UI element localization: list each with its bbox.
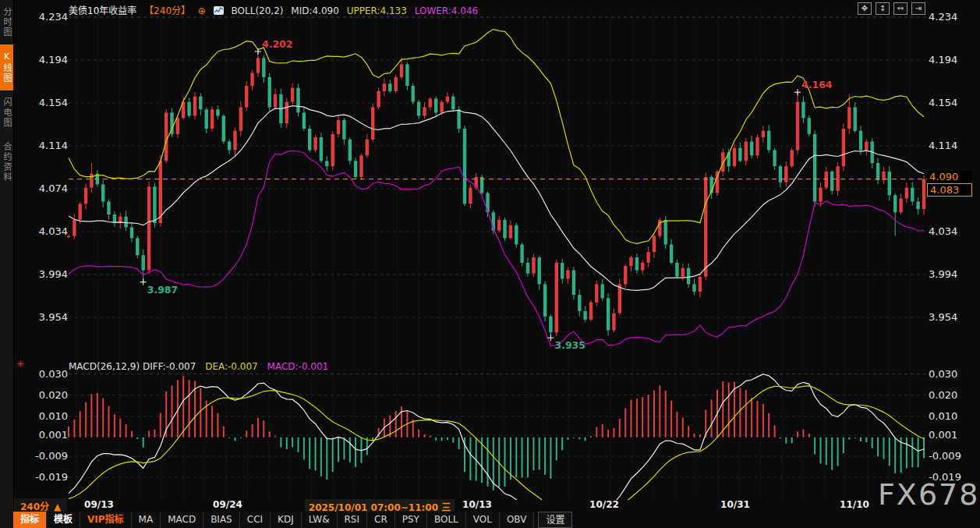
macd-tick-right: 0.010 bbox=[929, 410, 963, 422]
toolbar-item-RSI[interactable]: RSI bbox=[338, 512, 368, 528]
toolbar-item-BOLL[interactable]: BOLL bbox=[427, 512, 466, 528]
price-tick-right: 4.154 bbox=[929, 97, 963, 108]
price-tick-right: 4.234 bbox=[929, 11, 963, 23]
svg-text:3.987: 3.987 bbox=[147, 284, 179, 296]
macd-tick-left: 0.030 bbox=[34, 368, 68, 380]
price-tick-right: 3.954 bbox=[929, 311, 963, 323]
toolbar-item-模板[interactable]: 模板 bbox=[47, 512, 80, 528]
macd-tick-right: -0.009 bbox=[929, 450, 963, 462]
trading-terminal: 分时图K线图闪电图合约资料 4.2023.9874.1643.935 美债10年… bbox=[0, 0, 980, 528]
toolbar-item-KDJ[interactable]: KDJ bbox=[271, 512, 302, 528]
y-scale-icon[interactable]: ↕ bbox=[876, 2, 890, 15]
instrument-title: 美债10年收益率 bbox=[69, 5, 136, 16]
macd-dea-value: DEA:-0.007 bbox=[205, 361, 258, 372]
boll-lower-value: LOWER:4.046 bbox=[415, 5, 479, 16]
macd-hist-value: MACD:-0.001 bbox=[267, 361, 329, 372]
sidebar-item-1[interactable]: K线图 bbox=[0, 44, 13, 90]
toolbar-item-设置[interactable]: 设置 bbox=[538, 512, 572, 528]
toolbar-item-VOL[interactable]: VOL bbox=[466, 512, 500, 528]
chart-canvas[interactable]: 4.2023.9874.1643.935 bbox=[0, 0, 980, 528]
chart-type-icon[interactable] bbox=[214, 6, 224, 15]
macd-legend: MACD(26,12,9) DIFF:-0.007 DEA:-0.007 MAC… bbox=[69, 361, 334, 372]
toolbar-item-CCI[interactable]: CCI bbox=[240, 512, 271, 528]
toolbar-item-LW&[interactable]: LW& bbox=[302, 512, 338, 528]
last-price-label: 4.083 bbox=[927, 183, 972, 197]
macd-tick-left: 0.020 bbox=[34, 389, 68, 401]
toolbar-item-MACD[interactable]: MACD bbox=[161, 512, 203, 528]
svg-text:4.164: 4.164 bbox=[801, 79, 833, 90]
add-indicator-icon[interactable]: ⊕ bbox=[198, 5, 206, 16]
indicator-toolbar: 指标模板VIP指标MAMACDBIASCCIKDJLW&RSICRPSYBOLL… bbox=[13, 512, 572, 528]
toolbar-item-MA[interactable]: MA bbox=[132, 512, 161, 528]
goto-latest-icon[interactable]: ⇥ bbox=[911, 2, 925, 15]
time-axis-label: 10/31 bbox=[720, 499, 750, 510]
chart-legend: 美债10年收益率 【240分】 ⊕ BOLL(20,2) MID:4.090 U… bbox=[69, 3, 483, 16]
macd-tick-right: -0.019 bbox=[929, 471, 963, 483]
price-tick-left: 4.154 bbox=[34, 97, 68, 108]
indicator-settings-icon[interactable]: ✳ bbox=[16, 359, 24, 370]
price-tick-left: 4.234 bbox=[34, 11, 68, 23]
boll-label: BOLL(20,2) bbox=[232, 5, 284, 16]
sidebar-item-0[interactable]: 分时图 bbox=[0, 0, 13, 44]
period-tag: 【240分】 bbox=[144, 5, 190, 16]
price-tick-left: 4.114 bbox=[34, 140, 68, 151]
price-tick-right: 4.114 bbox=[929, 140, 963, 151]
macd-tick-right: 0.020 bbox=[929, 389, 963, 401]
toolbar-item-指标[interactable]: 指标 bbox=[13, 512, 47, 528]
svg-text:3.935: 3.935 bbox=[554, 339, 586, 351]
chart-mode-sidebar: 分时图K线图闪电图合约资料 bbox=[0, 0, 14, 528]
sidebar-item-3[interactable]: 合约资料 bbox=[0, 135, 13, 190]
reference-price-label: 4.090 bbox=[927, 171, 972, 182]
price-tick-left: 4.074 bbox=[34, 182, 68, 194]
period-label: 240分 bbox=[20, 501, 49, 512]
chart-tools: ✥↕↔⇥ bbox=[858, 2, 925, 15]
macd-tick-right: 0.030 bbox=[929, 368, 963, 380]
price-tick-left: 4.034 bbox=[34, 225, 68, 237]
time-axis-label: 10/22 bbox=[589, 499, 619, 510]
svg-text:4.202: 4.202 bbox=[262, 38, 293, 50]
price-tick-right: 4.194 bbox=[929, 54, 963, 66]
macd-tick-right: 0.001 bbox=[929, 429, 963, 441]
toolbar-item-OBV[interactable]: OBV bbox=[500, 512, 535, 528]
macd-tick-left: 0.010 bbox=[34, 410, 68, 422]
boll-upper-value: UPPER:4.133 bbox=[347, 5, 407, 16]
time-axis-label: 09/24 bbox=[213, 499, 242, 510]
toolbar-item-BIAS[interactable]: BIAS bbox=[203, 512, 240, 528]
price-tick-left: 3.954 bbox=[34, 311, 68, 323]
macd-tick-left: 0.001 bbox=[34, 429, 68, 441]
toolbar-item-VIP指标[interactable]: VIP指标 bbox=[80, 512, 132, 528]
price-tick-right: 4.034 bbox=[929, 225, 963, 237]
macd-tick-left: -0.019 bbox=[34, 471, 68, 483]
x-scale-icon[interactable]: ↔ bbox=[893, 2, 907, 15]
time-axis-label: 09/13 bbox=[84, 499, 114, 510]
time-axis-label: 10/13 bbox=[462, 499, 492, 510]
macd-tick-left: -0.009 bbox=[34, 450, 68, 462]
macd-diff-value: MACD(26,12,9) DIFF:-0.007 bbox=[69, 361, 196, 372]
pan-tool-icon[interactable]: ✥ bbox=[858, 2, 872, 15]
price-tick-left: 3.994 bbox=[34, 268, 68, 280]
toolbar-item-PSY[interactable]: PSY bbox=[395, 512, 427, 528]
price-tick-right: 3.994 bbox=[929, 268, 963, 280]
sidebar-item-2[interactable]: 闪电图 bbox=[0, 90, 13, 135]
price-tick-left: 4.194 bbox=[34, 54, 68, 66]
boll-mid-value: MID:4.090 bbox=[291, 5, 339, 16]
toolbar-item-CR[interactable]: CR bbox=[367, 512, 395, 528]
time-axis-label: 11/10 bbox=[840, 499, 869, 510]
period-arrow-icon: ▲ bbox=[54, 501, 61, 512]
